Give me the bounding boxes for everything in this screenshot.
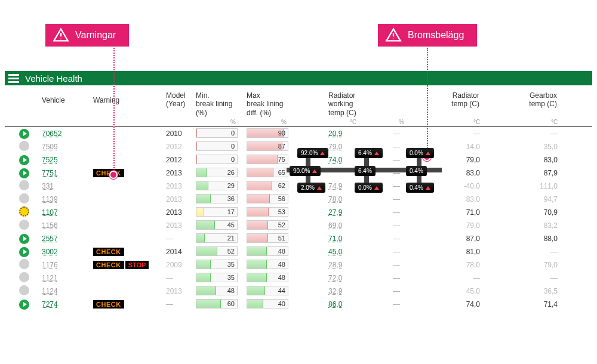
status-indicator[interactable]	[19, 141, 29, 153]
col-rad-work[interactable]: Radiator working temp (C)	[328, 91, 356, 117]
vehicle-link[interactable]: 1139	[42, 195, 58, 203]
status-indicator[interactable]	[19, 234, 29, 244]
radiator-pct: —	[393, 261, 400, 269]
table-row[interactable]: 11072013175327,9—71,070,9	[5, 206, 592, 219]
radiator-pct: —	[393, 129, 400, 138]
wheel-badge: 6.4%	[355, 166, 376, 176]
radiator-working-temp[interactable]: 74,0	[328, 156, 342, 164]
play-icon	[19, 193, 29, 203]
table-row[interactable]: 3002CHECK2014524845,0—81,0—	[5, 245, 592, 258]
status-indicator[interactable]	[19, 259, 29, 271]
warning-cell: CHECK	[93, 248, 124, 256]
unit-c: °C	[350, 119, 356, 125]
radiator-pct: —	[393, 182, 400, 190]
col-rad-temp[interactable]: Radiator temp (C)	[444, 91, 479, 109]
max-brake-bar: 48	[247, 246, 288, 258]
table-row[interactable]: 11242013484432,9—45,036,5	[5, 285, 592, 298]
col-gearbox[interactable]: Gearbox temp (C)	[521, 91, 557, 109]
vehicle-link[interactable]: 7525	[42, 156, 58, 164]
unit-c: °C	[551, 119, 558, 125]
col-model[interactable]: Model (Year)	[166, 91, 186, 109]
radiator-temp: 79,0	[458, 156, 480, 164]
status-indicator[interactable]	[19, 193, 29, 205]
radiator-temp: 83,0	[458, 195, 480, 203]
warning-cell: CHECK	[93, 300, 124, 309]
app-header: Vehicle Health	[5, 71, 592, 85]
radiator-working-temp[interactable]: 71,0	[328, 235, 342, 243]
model-year: 2013	[166, 208, 182, 217]
table-row[interactable]: 11562013455269,0—79,083,2	[5, 219, 592, 232]
min-brake-bar: 45	[196, 220, 238, 232]
table-row[interactable]: 2557—215171,0—87,088,0	[5, 232, 592, 245]
check-badge: CHECK	[93, 169, 124, 177]
gearbox-temp: —	[536, 129, 558, 138]
alert-triangle-icon	[53, 27, 69, 44]
radiator-working-temp: 28,9	[328, 261, 342, 269]
warning-cell: CHECKSTOP	[93, 261, 149, 269]
status-indicator[interactable]	[19, 180, 29, 192]
callout-dot	[109, 171, 118, 179]
play-icon	[19, 206, 29, 217]
vehicle-link[interactable]: 2557	[42, 235, 58, 243]
radiator-working-temp: 32,9	[328, 287, 342, 295]
play-icon	[19, 141, 29, 151]
play-icon	[19, 300, 29, 310]
radiator-pct: —	[393, 274, 400, 282]
radiator-pct: —	[393, 195, 400, 203]
vehicle-link[interactable]: 7274	[42, 300, 58, 309]
radiator-temp: 78,0	[458, 261, 480, 269]
model-year: 2013	[166, 169, 182, 177]
unit-pct: %	[281, 119, 287, 125]
table-header: Vehicle Warning Model (Year) Min. break …	[5, 85, 592, 127]
vehicle-link[interactable]: 1121	[42, 274, 58, 282]
col-vehicle[interactable]: Vehicle	[42, 96, 65, 104]
col-max[interactable]: Max break lining diff. (%)	[247, 91, 283, 117]
radiator-pct: —	[393, 208, 400, 217]
table-row[interactable]: 11392013365678,0—83,094,7	[5, 193, 592, 206]
radiator-working-temp[interactable]: 20,9	[328, 129, 342, 138]
vehicle-link[interactable]: 7751	[42, 169, 58, 177]
vehicle-link[interactable]: 1124	[42, 287, 58, 295]
radiator-temp: 81,0	[458, 248, 480, 256]
table-row[interactable]: 1176CHECKSTOP2009354828,9—78,079,0	[5, 258, 592, 272]
vehicle-link[interactable]: 331	[42, 182, 54, 190]
model-year: 2014	[166, 248, 182, 256]
status-indicator[interactable]	[19, 247, 29, 257]
col-min[interactable]: Min. break lining (%)	[196, 91, 232, 117]
warning-cell: CHECK	[93, 169, 124, 177]
check-badge: CHECK	[93, 261, 124, 269]
model-year: 2013	[166, 287, 182, 295]
max-brake-bar: 62	[247, 181, 288, 192]
min-brake-bar: 0	[196, 155, 238, 166]
vehicle-link[interactable]: 1156	[42, 221, 58, 230]
vehicle-link[interactable]: 3002	[42, 248, 58, 256]
menu-button[interactable]	[5, 71, 23, 85]
status-indicator[interactable]	[19, 300, 29, 310]
radiator-working-temp[interactable]: 86,0	[328, 300, 342, 309]
play-icon	[19, 234, 29, 244]
status-indicator[interactable]	[19, 272, 29, 284]
vehicle-link[interactable]: 70652	[42, 129, 61, 138]
min-brake-bar: 35	[196, 273, 238, 284]
table-row[interactable]: 1121—354872,0———	[5, 272, 592, 285]
vehicle-link[interactable]: 1107	[42, 208, 58, 217]
table-row[interactable]: 70652201009020,9———	[5, 127, 592, 140]
status-indicator[interactable]	[19, 168, 29, 178]
radiator-working-temp[interactable]: 45,0	[328, 248, 342, 256]
max-brake-bar: 75	[247, 155, 288, 166]
table-row[interactable]: 7274CHECK—604086,0—74,071,4	[5, 298, 592, 311]
vehicle-link[interactable]: 1176	[42, 261, 58, 269]
status-indicator[interactable]	[19, 220, 29, 232]
min-brake-bar: 48	[196, 286, 238, 297]
model-year: 2010	[166, 129, 182, 138]
status-indicator[interactable]	[19, 129, 29, 139]
status-indicator[interactable]	[19, 206, 29, 218]
callout-warnings: Varningar	[45, 24, 129, 47]
status-indicator[interactable]	[19, 155, 29, 165]
radiator-working-temp[interactable]: 27,9	[328, 208, 342, 217]
col-warning[interactable]: Warning	[93, 96, 119, 104]
status-indicator[interactable]	[19, 285, 29, 297]
vehicle-link[interactable]: 7509	[42, 143, 58, 151]
model-year: 2012	[166, 156, 182, 164]
radiator-temp: 83,0	[458, 169, 480, 177]
